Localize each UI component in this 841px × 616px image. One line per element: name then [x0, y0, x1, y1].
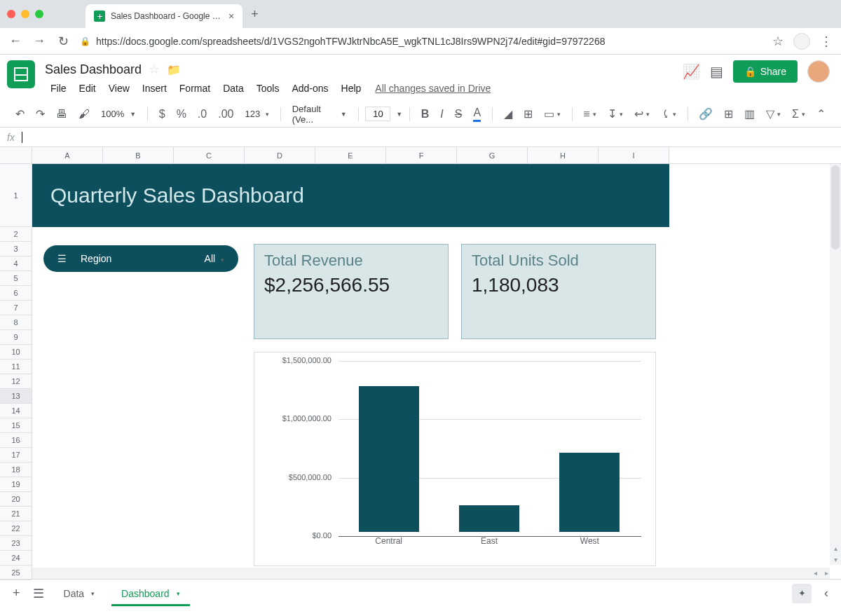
scroll-thumb[interactable] — [831, 165, 840, 249]
add-sheet-button[interactable]: + — [10, 583, 23, 603]
col-header[interactable]: B — [103, 147, 174, 163]
insert-chart-button[interactable]: ▥ — [740, 104, 759, 123]
scroll-up-icon[interactable]: ▴ — [830, 545, 841, 552]
italic-button[interactable]: I — [436, 105, 447, 123]
number-format-select[interactable]: 123▾ — [240, 107, 273, 121]
bookmark-icon[interactable]: ☆ — [772, 34, 784, 49]
font-size-caret[interactable]: ▼ — [396, 111, 402, 118]
region-filter[interactable]: ☰ Region All ▾ — [43, 245, 238, 272]
borders-button[interactable]: ⊞ — [519, 104, 537, 123]
select-all-corner[interactable] — [0, 147, 32, 163]
col-header[interactable]: H — [528, 147, 599, 163]
activity-icon[interactable]: 📈 — [683, 63, 700, 80]
collapse-toolbar-icon[interactable]: ⌃ — [812, 104, 830, 123]
row-header[interactable]: 21 — [0, 507, 32, 521]
close-window[interactable] — [7, 10, 15, 18]
strikethrough-button[interactable]: S — [451, 105, 467, 123]
decimal-increase-button[interactable]: .00 — [214, 105, 238, 123]
row-header[interactable]: 2 — [0, 227, 32, 242]
col-header[interactable]: A — [32, 147, 103, 163]
menu-insert[interactable]: Insert — [137, 80, 172, 97]
close-tab-icon[interactable]: × — [228, 11, 234, 22]
menu-data[interactable]: Data — [217, 80, 249, 97]
insert-link-button[interactable]: 🔗 — [695, 104, 717, 123]
back-button[interactable]: ← — [8, 34, 22, 48]
h-align-button[interactable]: ≡▾ — [579, 105, 600, 123]
row-header[interactable]: 5 — [0, 271, 32, 286]
col-header[interactable]: G — [457, 147, 528, 163]
save-status[interactable]: All changes saved in Drive — [375, 83, 491, 94]
menu-format[interactable]: Format — [174, 80, 216, 97]
zoom-select[interactable]: 100%▼ — [97, 107, 140, 121]
vertical-scrollbar[interactable]: ▴ ▾ — [830, 164, 841, 565]
print-button[interactable]: 🖶 — [52, 105, 71, 123]
minimize-window[interactable] — [21, 10, 29, 18]
browser-menu-icon[interactable]: ⋮ — [820, 34, 833, 49]
account-avatar[interactable] — [807, 60, 830, 83]
row-header[interactable]: 12 — [0, 374, 32, 389]
fill-color-button[interactable]: ◢ — [500, 104, 517, 123]
v-align-button[interactable]: ↧▾ — [603, 104, 627, 123]
row-header[interactable]: 20 — [0, 492, 32, 507]
row-header[interactable]: 6 — [0, 286, 32, 301]
font-select[interactable]: Default (Ve...▼ — [288, 102, 351, 126]
row-header[interactable]: 24 — [0, 551, 32, 566]
row-header[interactable]: 8 — [0, 315, 32, 330]
row-header[interactable]: 17 — [0, 448, 32, 463]
side-panel-toggle[interactable]: ‹ — [821, 583, 831, 603]
bar-chart[interactable]: $0.00$500,000.00$1,000,000.00$1,500,000.… — [254, 352, 656, 566]
menu-tools[interactable]: Tools — [251, 80, 285, 97]
scroll-down-icon[interactable]: ▾ — [830, 556, 841, 563]
row-header[interactable]: 13 — [0, 389, 32, 404]
new-tab-button[interactable]: + — [242, 7, 267, 22]
row-header[interactable]: 22 — [0, 521, 32, 536]
forward-button[interactable]: → — [32, 34, 46, 48]
browser-tab[interactable]: Sales Dashboard - Google She × — [86, 4, 242, 28]
col-header[interactable]: I — [599, 147, 669, 163]
row-header[interactable]: 19 — [0, 477, 32, 492]
document-title[interactable]: Sales Dashboard — [45, 62, 142, 77]
row-header[interactable]: 16 — [0, 433, 32, 448]
text-wrap-button[interactable]: ↩▾ — [630, 104, 654, 123]
comments-icon[interactable]: ▤ — [710, 63, 723, 80]
sheet-tab-dashboard[interactable]: Dashboard▾ — [111, 581, 190, 606]
menu-view[interactable]: View — [103, 80, 135, 97]
text-rotation-button[interactable]: ⤹▾ — [657, 104, 681, 123]
row-header[interactable]: 14 — [0, 404, 32, 418]
row-header[interactable]: 10 — [0, 345, 32, 360]
bold-button[interactable]: B — [417, 105, 434, 123]
merge-cells-button[interactable]: ▭▾ — [540, 104, 565, 123]
grid-content[interactable]: Quarterly Sales Dashboard ☰ Region All ▾… — [32, 164, 841, 579]
url-input[interactable]: 🔒 https://docs.google.com/spreadsheets/d… — [80, 36, 763, 47]
row-header[interactable]: 7 — [0, 301, 32, 315]
row-header[interactable]: 1 — [0, 164, 32, 227]
filter-button[interactable]: ▽▾ — [762, 104, 785, 123]
font-size-input[interactable]: 10 — [365, 107, 390, 121]
scroll-left-icon[interactable]: ◂ — [814, 568, 817, 579]
profile-avatar[interactable] — [793, 33, 810, 50]
currency-button[interactable]: $ — [155, 105, 170, 123]
share-button[interactable]: 🔒 Share — [733, 60, 798, 83]
row-header[interactable]: 3 — [0, 242, 32, 256]
decimal-decrease-button[interactable]: .0 — [193, 105, 211, 123]
row-header[interactable]: 18 — [0, 463, 32, 477]
formula-bar[interactable]: fx — [0, 128, 841, 147]
row-header[interactable]: 4 — [0, 256, 32, 271]
horizontal-scrollbar[interactable]: ◂ ▸ — [32, 568, 830, 579]
redo-button[interactable]: ↷ — [32, 104, 49, 123]
menu-file[interactable]: File — [45, 80, 72, 97]
col-header[interactable]: D — [245, 147, 315, 163]
row-header[interactable]: 11 — [0, 360, 32, 374]
explore-button[interactable]: ✦ — [792, 584, 812, 603]
menu-addons[interactable]: Add-ons — [286, 80, 334, 97]
move-folder-icon[interactable]: 📁 — [167, 63, 181, 76]
sheet-tab-data[interactable]: Data▾ — [54, 581, 105, 606]
row-header[interactable]: 9 — [0, 330, 32, 345]
maximize-window[interactable] — [35, 10, 43, 18]
all-sheets-button[interactable]: ☰ — [30, 583, 47, 604]
functions-button[interactable]: Σ▾ — [788, 105, 809, 123]
reload-button[interactable]: ↻ — [56, 34, 70, 49]
text-color-button[interactable]: A — [469, 104, 485, 125]
menu-edit[interactable]: Edit — [74, 80, 102, 97]
col-header[interactable]: C — [174, 147, 245, 163]
